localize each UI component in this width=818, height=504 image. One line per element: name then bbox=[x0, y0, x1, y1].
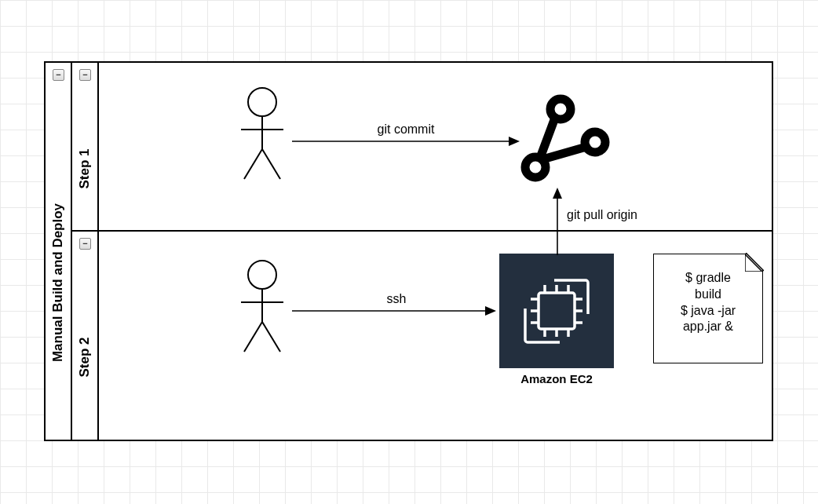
lane-label-step2: Step 2 bbox=[77, 337, 93, 377]
svg-point-5 bbox=[248, 261, 276, 289]
git-branch-icon bbox=[518, 92, 612, 186]
svg-line-16 bbox=[540, 118, 555, 158]
lane-title-step2: − Step 2 bbox=[71, 230, 99, 441]
svg-rect-19 bbox=[499, 254, 614, 368]
lane-divider bbox=[72, 230, 772, 232]
collapse-glyph: − bbox=[56, 71, 60, 79]
collapse-glyph: − bbox=[82, 239, 87, 248]
collapse-icon[interactable]: − bbox=[79, 238, 91, 250]
note-line: $ gradle bbox=[654, 270, 762, 287]
arrow-label-git-pull: git pull origin bbox=[567, 208, 637, 222]
amazon-ec2-icon bbox=[499, 254, 614, 368]
note-line: app.jar & bbox=[654, 319, 762, 335]
svg-line-9 bbox=[262, 322, 280, 352]
svg-line-15 bbox=[542, 147, 586, 159]
swimlane-frame bbox=[44, 61, 773, 441]
collapse-icon[interactable]: − bbox=[79, 69, 91, 81]
swimlane-title-column: − Manual Build and Deploy bbox=[44, 61, 72, 441]
arrow-git-pull bbox=[550, 188, 565, 255]
actor-icon bbox=[235, 86, 290, 181]
ec2-caption: Amazon EC2 bbox=[499, 372, 614, 385]
svg-marker-34 bbox=[553, 188, 562, 199]
note-line: $ java -jar bbox=[654, 303, 762, 320]
lane-label-step1: Step 1 bbox=[77, 148, 93, 188]
svg-line-8 bbox=[244, 322, 262, 352]
svg-point-0 bbox=[248, 88, 276, 116]
svg-line-3 bbox=[244, 149, 262, 179]
collapse-glyph: − bbox=[82, 71, 87, 79]
swimlane-title: Manual Build and Deploy bbox=[50, 203, 66, 362]
lane-title-step1: − Step 1 bbox=[71, 61, 99, 232]
collapse-icon[interactable]: − bbox=[53, 69, 64, 81]
svg-marker-18 bbox=[485, 306, 496, 316]
diagram-canvas: − Manual Build and Deploy − Step 1 − Ste… bbox=[0, 0, 818, 504]
arrow-label-ssh: ssh bbox=[377, 292, 416, 306]
note-corner-mask bbox=[745, 253, 764, 272]
arrow-label-git-commit: git commit bbox=[363, 122, 449, 137]
svg-line-4 bbox=[262, 149, 280, 179]
note-line: build bbox=[654, 287, 762, 303]
actor-icon bbox=[235, 259, 290, 353]
